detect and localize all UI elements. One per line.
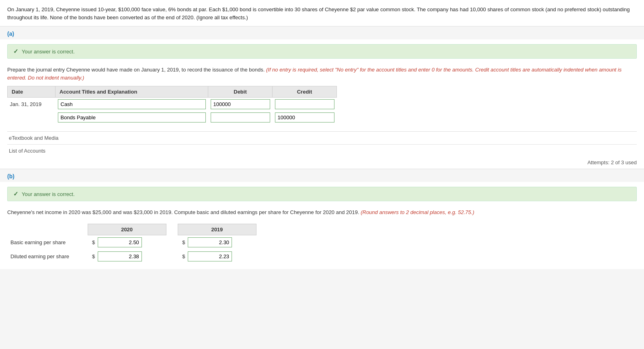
debit-input-1[interactable] — [211, 99, 270, 109]
account-input-1[interactable] — [58, 99, 206, 109]
col-header-account: Account Titles and Explanation — [55, 86, 208, 98]
earnings-row-diluted: Diluted earning per share $ $ — [7, 249, 256, 263]
debit-cell-2[interactable] — [208, 111, 273, 124]
basic-eps-dollar-2019: $ — [178, 235, 256, 250]
correct-banner-a: ✓ Your answer is correct. — [7, 44, 637, 59]
col-header-2020: 2020 — [88, 224, 166, 235]
correct-text-b: Your answer is correct. — [22, 191, 75, 197]
diluted-eps-input-2019[interactable] — [188, 251, 232, 261]
account-cell-2[interactable] — [55, 111, 208, 124]
credit-cell-2[interactable] — [273, 111, 337, 124]
earnings-table-wrapper: 2020 2019 Basic earning per share $ — [0, 220, 644, 269]
attempts-text-a: Attempts: 2 of 3 used — [0, 157, 644, 169]
table-row — [8, 111, 337, 124]
credit-input-1[interactable] — [275, 99, 334, 109]
journal-table-wrapper: Date Account Titles and Explanation Debi… — [0, 86, 644, 128]
spacer-header — [166, 224, 178, 235]
instruction-normal-b: Cheyenne's net income in 2020 was $25,00… — [7, 209, 359, 215]
diluted-eps-dollar-2020: $ — [88, 249, 166, 263]
diluted-eps-dollar-2019: $ — [178, 249, 256, 263]
col-header-2019: 2019 — [178, 224, 256, 235]
table-row: Jan. 31, 2019 — [8, 98, 337, 111]
section-b: (b) ✓ Your answer is correct. Cheyenne's… — [0, 169, 644, 269]
links-section-a: eTextbook and Media List of Accounts — [7, 131, 637, 157]
instruction-red-b: (Round answers to 2 decimal places, e.g.… — [361, 209, 474, 215]
debit-input-2[interactable] — [211, 112, 270, 122]
journal-table: Date Account Titles and Explanation Debi… — [7, 86, 337, 124]
instruction-normal-a: Prepare the journal entry Cheyenne would… — [7, 67, 265, 73]
diluted-eps-input-2020[interactable] — [98, 251, 142, 261]
check-icon-b: ✓ — [13, 190, 18, 198]
instruction-a: Prepare the journal entry Cheyenne would… — [0, 63, 644, 86]
earnings-table: 2020 2019 Basic earning per share $ — [7, 224, 256, 263]
col-header-debit: Debit — [208, 86, 273, 98]
basic-eps-label: Basic earning per share — [7, 235, 88, 250]
credit-input-2[interactable] — [275, 112, 334, 122]
check-icon-a: ✓ — [13, 48, 18, 55]
diluted-eps-label: Diluted earning per share — [7, 249, 88, 263]
correct-banner-b: ✓ Your answer is correct. — [7, 187, 637, 201]
account-input-2[interactable] — [58, 112, 206, 122]
problem-statement: On January 1, 2019, Cheyenne issued 10-y… — [7, 6, 630, 20]
col-header-date: Date — [8, 86, 55, 98]
date-cell-2 — [8, 111, 55, 124]
etextbook-link[interactable]: eTextbook and Media — [7, 132, 637, 145]
basic-eps-dollar-2020: $ — [88, 235, 166, 250]
basic-eps-input-2020[interactable] — [98, 237, 142, 247]
section-b-label: (b) — [0, 169, 644, 182]
earnings-row-basic: Basic earning per share $ $ — [7, 235, 256, 250]
page-wrapper: On January 1, 2019, Cheyenne issued 10-y… — [0, 0, 644, 269]
section-a-label: (a) — [0, 27, 644, 39]
section-a: (a) ✓ Your answer is correct. Prepare th… — [0, 27, 644, 169]
col-header-credit: Credit — [273, 86, 337, 98]
debit-cell-1[interactable] — [208, 98, 273, 111]
correct-text-a: Your answer is correct. — [22, 49, 75, 55]
problem-text: On January 1, 2019, Cheyenne issued 10-y… — [0, 0, 644, 27]
date-cell-1: Jan. 31, 2019 — [8, 98, 55, 111]
credit-cell-1[interactable] — [273, 98, 337, 111]
instruction-b: Cheyenne's net income in 2020 was $25,00… — [0, 205, 644, 220]
account-cell-1[interactable] — [55, 98, 208, 111]
basic-eps-input-2019[interactable] — [188, 237, 232, 247]
empty-header — [7, 224, 88, 235]
list-of-accounts-link[interactable]: List of Accounts — [7, 145, 637, 157]
